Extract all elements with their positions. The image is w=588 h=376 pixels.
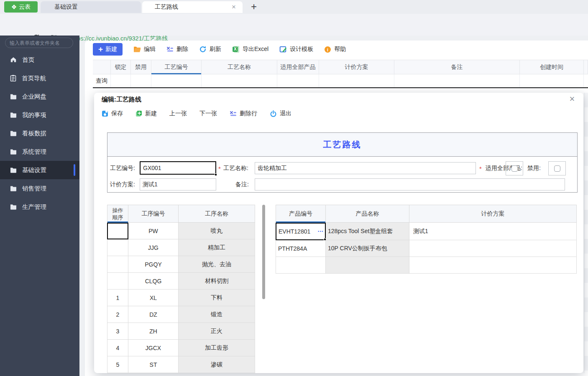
cell-step-name[interactable]: 正火 xyxy=(179,323,255,340)
tab-basic-settings[interactable]: 基础设置 xyxy=(41,1,141,13)
process-route-table: 锁定 禁用 工艺编号 工艺名称 适用全部产品 计价方案 备注 创建时间 查询 xyxy=(93,60,588,88)
dialog-new-button[interactable]: 新建 xyxy=(135,110,157,117)
sidebar-item-enterprise-drive[interactable]: 企业网盘 xyxy=(0,87,79,106)
cell-product-code[interactable] xyxy=(276,257,326,274)
cell-pricing-plan[interactable]: 测试1 xyxy=(409,223,577,240)
column-header-apply-all[interactable]: 适用全部产品 xyxy=(277,60,319,74)
help-button[interactable]: i 帮助 xyxy=(324,46,346,53)
dialog-close-icon[interactable]: × xyxy=(567,94,578,104)
cell-step-code[interactable]: JGCX xyxy=(128,340,179,356)
steps-grid-scrollbar[interactable] xyxy=(262,205,265,299)
cell-step-code[interactable]: JJG xyxy=(128,239,179,256)
brand-button[interactable]: ❖ 云表 xyxy=(4,1,38,13)
cell-order[interactable] xyxy=(107,273,128,290)
sidebar-item-label: 我的事项 xyxy=(22,111,46,119)
process-name-input[interactable] xyxy=(255,162,476,174)
tab-process-route[interactable]: 工艺路线 × xyxy=(142,1,243,13)
delete-row-button[interactable]: 删除行 xyxy=(230,110,257,117)
filter-cell-pricing[interactable] xyxy=(319,74,394,87)
filter-cell-remark[interactable] xyxy=(394,74,520,87)
column-header-step-name[interactable]: 工序名称 xyxy=(179,205,255,223)
cell-product-name[interactable]: 128pcs Tool Set塑盒组套 xyxy=(326,223,409,240)
column-header-lock[interactable]: 锁定 xyxy=(111,60,131,74)
sidebar-item-home[interactable]: 首页 xyxy=(0,51,79,69)
delete-button[interactable]: 删除 xyxy=(166,46,188,53)
disable-checkbox[interactable] xyxy=(548,161,566,175)
sidebar-item-production-management[interactable]: 生产管理 xyxy=(0,198,79,216)
cell-product-name[interactable] xyxy=(326,257,409,274)
cell-step-name[interactable]: 锻造 xyxy=(179,306,255,323)
sidebar-item-system-management[interactable]: 系统管理 xyxy=(0,142,79,161)
sidebar-item-my-tasks[interactable]: 我的事项 xyxy=(0,106,79,124)
cell-order[interactable] xyxy=(107,223,128,239)
column-header-pricing[interactable]: 计价方案 xyxy=(319,60,394,74)
column-header-remark[interactable]: 备注 xyxy=(394,60,520,74)
cell-step-code[interactable]: PW xyxy=(128,223,179,239)
cell-step-name[interactable]: 喷丸 xyxy=(179,223,255,239)
filter-cell-disable[interactable] xyxy=(131,74,151,87)
cell-step-code[interactable]: XL xyxy=(128,290,179,306)
cell-step-name[interactable]: 材料切割 xyxy=(179,273,255,290)
sidebar-item-basic-settings[interactable]: 基础设置 xyxy=(0,161,79,179)
column-header-created[interactable]: 创建时间 xyxy=(520,60,584,74)
column-header-product-code[interactable]: 产品编号 xyxy=(276,205,326,223)
cell-step-name[interactable]: 精加工 xyxy=(179,239,255,256)
cell-step-code[interactable]: ZH xyxy=(128,323,179,340)
filter-cell-created[interactable] xyxy=(520,74,584,87)
sidebar-search-input[interactable] xyxy=(5,38,73,48)
next-record-button[interactable]: 下一张 xyxy=(199,110,217,117)
cell-order[interactable]: 2 xyxy=(107,306,128,323)
filter-cell-process-code[interactable] xyxy=(151,74,202,87)
cell-product-code[interactable]: PTHT284A xyxy=(276,240,326,257)
column-header-operation-order[interactable]: 操作顺序 xyxy=(107,205,128,223)
apply-all-checkbox[interactable] xyxy=(506,161,523,175)
filter-cell-lock[interactable] xyxy=(111,74,131,87)
new-button[interactable]: + 新建 xyxy=(93,43,123,56)
column-header-disable[interactable]: 禁用 xyxy=(131,60,151,74)
sidebar-item-sales-management[interactable]: 销售管理 xyxy=(0,179,79,198)
save-button[interactable]: 保存 xyxy=(102,110,123,117)
fill-handle[interactable] xyxy=(215,173,217,176)
sidebar-item-label: 首页导航 xyxy=(22,74,46,82)
cell-order[interactable]: 1 xyxy=(107,290,128,306)
remark-input[interactable] xyxy=(255,178,565,191)
cell-step-code[interactable]: DZ xyxy=(128,306,179,323)
edit-button[interactable]: 编辑 xyxy=(133,46,156,53)
close-tab-icon[interactable]: × xyxy=(230,3,238,11)
cell-product-code[interactable]: EVHT12801 ••• xyxy=(276,223,326,240)
column-header-process-name[interactable]: 工艺名称 xyxy=(202,60,277,74)
pricing-input[interactable] xyxy=(140,178,216,191)
cell-pricing-plan[interactable] xyxy=(409,240,577,257)
cell-order[interactable]: 5 xyxy=(107,356,128,373)
cell-order[interactable]: 3 xyxy=(107,323,128,340)
cell-step-name[interactable]: 加工齿形 xyxy=(179,340,255,356)
design-template-button[interactable]: 设计模板 xyxy=(279,46,313,53)
cell-step-name[interactable]: 下料 xyxy=(179,290,255,306)
exit-button[interactable]: 退出 xyxy=(270,110,291,117)
cell-order[interactable] xyxy=(107,239,128,256)
cell-order[interactable] xyxy=(107,256,128,273)
new-tab-button[interactable]: + xyxy=(248,0,259,13)
column-header-step-code[interactable]: 工序编号 xyxy=(128,205,179,223)
cell-step-name[interactable]: 渗碳 xyxy=(179,356,255,373)
column-header-rowselect[interactable] xyxy=(93,60,111,74)
refresh-button[interactable]: 刷新 xyxy=(199,46,221,53)
cell-pricing-plan[interactable] xyxy=(409,257,577,274)
sidebar-item-home-nav[interactable]: 首页导航 xyxy=(0,69,79,87)
cell-step-code[interactable]: CLQG xyxy=(128,273,179,290)
previous-record-button[interactable]: 上一张 xyxy=(169,110,187,117)
column-header-product-name[interactable]: 产品名称 xyxy=(326,205,409,223)
column-header-process-code[interactable]: 工艺编号 xyxy=(151,60,202,74)
cell-step-code[interactable]: PGQY xyxy=(128,256,179,273)
more-options-button[interactable]: ••• xyxy=(318,229,324,234)
cell-product-name[interactable]: 10P CRV公制扳手布包 xyxy=(326,240,409,257)
cell-step-name[interactable]: 抛光、去油 xyxy=(179,256,255,273)
cell-step-code[interactable]: ST xyxy=(128,356,179,373)
export-excel-button[interactable]: X 导出Excel xyxy=(232,46,268,53)
cell-order[interactable]: 4 xyxy=(107,340,128,356)
filter-cell-apply-all[interactable] xyxy=(277,74,319,87)
sidebar-item-kanban-data[interactable]: 看板数据 xyxy=(0,124,79,142)
column-header-pricing-plan[interactable]: 计价方案 xyxy=(409,205,577,223)
filter-cell-process-name[interactable] xyxy=(202,74,277,87)
process-code-input[interactable] xyxy=(140,161,216,175)
